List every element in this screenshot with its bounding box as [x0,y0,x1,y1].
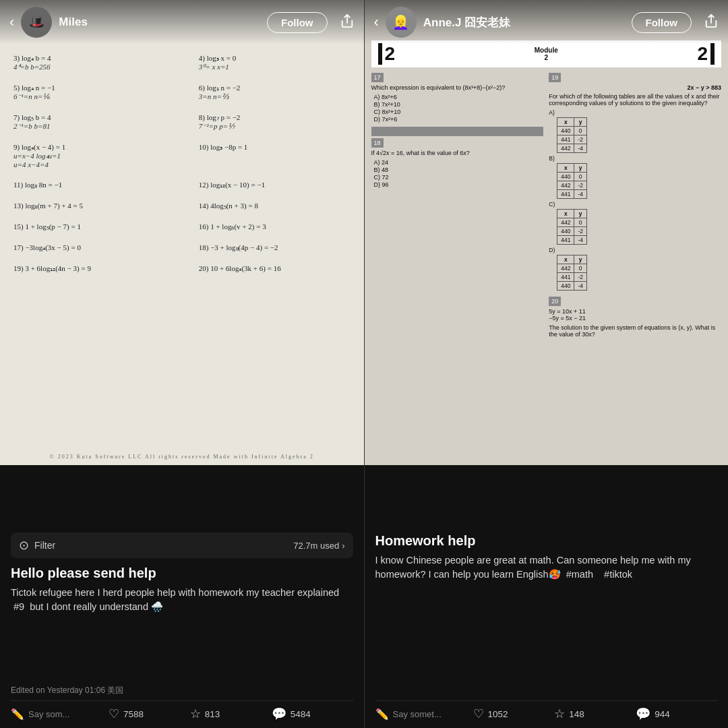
right-avatar: 👱‍♀️ [386,7,417,38]
right-likes-count: 1052 [488,709,508,719]
right-post: ‹ 👱‍♀️ Anne.J 囧安老妹 Follow 2 [364,0,729,526]
left-likes[interactable]: ♡ 7588 [109,706,190,721]
right-pencil-icon: ✏️ [375,708,389,721]
left-pencil-icon: ✏️ [11,708,24,721]
q19-table-d: D) xy4420441-2440-4 [549,247,721,291]
right-stars-count: 148 [569,709,584,719]
left-say-something[interactable]: ✏️ Say som... [11,708,109,721]
right-post-info: Homework help I know Chinese people are … [364,526,729,728]
right-comments-count: 944 [655,709,670,719]
q19-table-c: C) xy4420440-2441-4 [549,201,721,245]
left-actions-row: ✏️ Say som... ♡ 7588 ☆ 813 💬 5484 [11,700,353,721]
right-username: Anne.J 囧安老妹 [423,15,625,30]
right-post-title: Homework help [375,533,718,549]
right-comments[interactable]: 💬 944 [636,706,717,721]
q20-text: The solution to the given system of equa… [549,324,721,338]
q17-label: 17 [371,73,384,82]
right-say-something[interactable]: ✏️ Say somet... [375,708,473,721]
q18-divider [371,127,544,136]
right-share-button[interactable] [704,13,719,32]
q19-table-b: B) xy4400442-2441-4 [549,155,721,199]
filter-right: 72.7m used › [293,541,344,551]
right-likes[interactable]: ♡ 1052 [473,706,555,721]
module-header: 2 Module 2 2 [371,40,722,67]
right-star-icon: ☆ [554,706,565,721]
q17-options: A) 8x²+6 B) 7x²+10 C) 8x²+10 D) 7x²+6 [371,94,544,123]
q19-table-a: A) xy4400441-2442-4 [549,109,721,153]
filter-label: Filter [34,540,55,551]
left-follow-button[interactable]: Follow [267,12,328,33]
left-say-something-label: Say som... [28,709,69,719]
q17-a: A) 8x²+6 [374,94,544,100]
left-post-info: ⊙ Filter 72.7m used › Hello please send … [0,526,364,728]
q18-text: If 4√2x = 16, what is the value of 6x? [371,150,544,156]
q17-c: C) 8x²+10 [374,109,544,115]
filter-icon: ⊙ [19,538,29,553]
left-heart-icon: ♡ [109,706,119,721]
q19-label: 19 [549,73,561,82]
q18-options: A) 24 B) 48 C) 72 D) 96 [371,159,544,188]
q19-text: For which of the following tables are al… [549,93,721,107]
filter-chevron-icon: › [342,541,344,551]
left-post-body-text: Tictok refugee here I herd people help w… [11,587,339,612]
right-follow-button[interactable]: Follow [632,12,692,33]
q20-label: 20 [549,297,561,306]
filter-left: ⊙ Filter [19,538,55,553]
q20-equations: 5y = 10x + 11−5y = 5x − 21 [549,308,721,322]
right-post-body-text: I know Chinese people are great at math.… [375,555,691,580]
q17-b: B) 7x²+10 [374,101,544,108]
q18-c: C) 72 [374,174,544,181]
left-post: ‹ 🎩 Miles Follow 3) log₄ b = 44⁴=b b=256… [0,0,364,526]
left-username: Miles [59,16,260,29]
left-stars-count: 813 [205,709,220,719]
filter-usage: 72.7m used [293,541,339,551]
left-share-button[interactable] [340,13,355,32]
left-comment-icon: 💬 [272,706,286,721]
module-num-left: 2 [378,43,396,65]
right-heart-icon: ♡ [473,706,484,721]
q18-d: D) 96 [374,181,544,188]
right-actions-row: ✏️ Say somet... ♡ 1052 ☆ 148 💬 944 [375,700,718,721]
left-comments-count: 5484 [291,709,311,719]
q18-b: B) 48 [374,166,544,173]
left-post-title: Hello please send help [11,565,353,582]
left-avatar: 🎩 [21,7,52,38]
left-comments[interactable]: 💬 5484 [272,706,353,721]
filter-bar[interactable]: ⊙ Filter 72.7m used › [11,533,353,558]
right-stars[interactable]: ☆ 148 [554,706,636,721]
q17-text: Which expression is equivalent to (8x³+8… [371,84,544,91]
module-center: Module 2 [535,47,558,61]
right-say-something-label: Say somet... [393,709,442,719]
left-header: ‹ 🎩 Miles Follow [0,0,364,44]
left-image: 3) log₄ b = 44⁴=b b=256 4) log₃ x = 03⁰=… [0,0,364,465]
left-back-button[interactable]: ‹ [9,13,14,31]
right-header: ‹ 👱‍♀️ Anne.J 囧安老妹 Follow [365,0,729,44]
right-back-button[interactable]: ‹ [374,13,379,31]
left-likes-count: 7588 [123,709,144,719]
q18-label: 18 [371,138,384,148]
left-star-icon: ☆ [190,706,201,721]
q17-d: D) 7x²+6 [374,116,544,123]
module-num-right: 2 [697,43,715,65]
right-image: 2 Module 2 2 17 Which expression is equi… [365,0,729,465]
left-post-body: Tictok refugee here I herd people help w… [11,586,353,681]
right-post-body: I know Chinese people are great at math.… [375,553,718,696]
q18-a: A) 24 [374,159,544,166]
left-stars[interactable]: ☆ 813 [190,706,272,721]
left-post-edited: Edited on Yesterday 01:06 美国 [11,685,353,696]
right-comment-icon: 💬 [636,706,650,721]
q19-inequality: 2x − y > 883 [549,84,721,91]
